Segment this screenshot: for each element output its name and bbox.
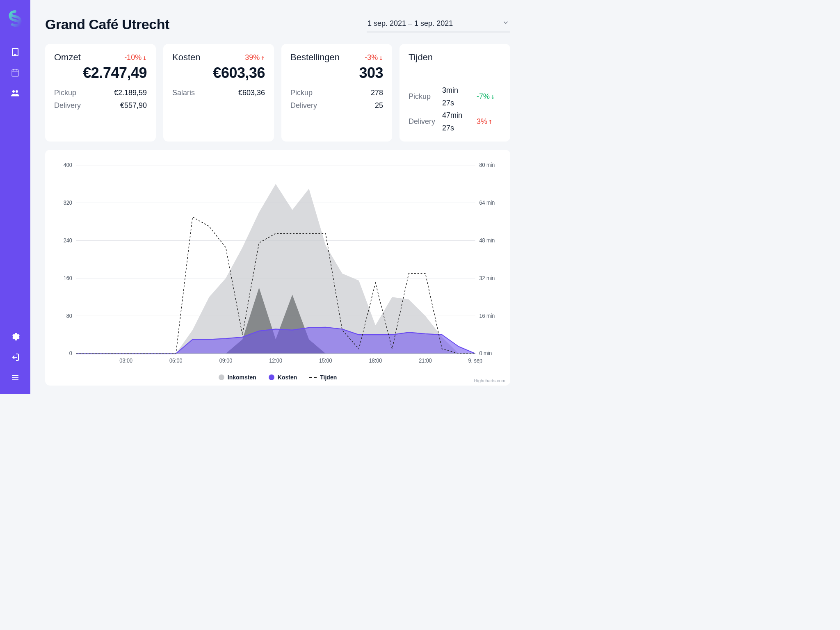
svg-text:32 min: 32 min	[479, 275, 495, 281]
svg-text:0: 0	[69, 350, 72, 357]
arrow-down-icon: ↓	[491, 90, 495, 103]
nav-building-icon[interactable]	[7, 43, 24, 61]
chart-legend: Inkomsten Kosten Tijden	[54, 374, 501, 381]
delta-badge: -7%↓	[477, 90, 501, 103]
chart-credits[interactable]: Highcharts.com	[474, 378, 505, 383]
delta-badge: 39%↑	[245, 53, 265, 62]
chart-card: 0801602403204000 min16 min32 min48 min64…	[45, 150, 510, 386]
svg-text:80 min: 80 min	[479, 162, 495, 169]
chevron-down-icon	[502, 19, 509, 28]
arrow-up-icon: ↑	[488, 115, 493, 128]
card-omzet: Omzet -10%↓ €2.747,49 Pickup€2.189,59 De…	[45, 44, 156, 142]
card-title: Omzet	[54, 52, 81, 63]
svg-text:0 min: 0 min	[479, 350, 492, 357]
svg-text:160: 160	[64, 275, 72, 281]
svg-text:9. sep: 9. sep	[468, 358, 482, 364]
delta-badge: 3%↑	[477, 115, 501, 128]
svg-rect-0	[12, 48, 18, 56]
svg-text:48 min: 48 min	[479, 237, 495, 244]
legend-item-kosten[interactable]: Kosten	[269, 374, 297, 381]
card-title: Kosten	[172, 52, 201, 63]
nav-settings-icon[interactable]	[7, 328, 24, 345]
svg-text:64 min: 64 min	[479, 200, 495, 206]
svg-text:03:00: 03:00	[119, 358, 132, 364]
page-title: Grand Café Utrecht	[45, 16, 169, 32]
svg-text:09:00: 09:00	[219, 358, 233, 364]
date-range-text: 1 sep. 2021 – 1 sep. 2021	[368, 19, 453, 28]
svg-rect-6	[12, 70, 18, 76]
delta-badge: -3%↓	[365, 53, 383, 62]
date-range-picker[interactable]: 1 sep. 2021 – 1 sep. 2021	[367, 16, 510, 32]
card-value: €2.747,49	[54, 64, 147, 82]
legend-item-tijden[interactable]: Tijden	[309, 374, 337, 381]
svg-text:80: 80	[66, 313, 72, 319]
svg-text:16 min: 16 min	[479, 313, 495, 319]
card-title: Tijden	[409, 52, 433, 63]
card-bestellingen: Bestellingen -3%↓ 303 Pickup278 Delivery…	[281, 44, 392, 142]
svg-text:320: 320	[64, 200, 72, 206]
card-title: Bestellingen	[290, 52, 340, 63]
card-value: 303	[290, 64, 383, 82]
svg-point-10	[12, 90, 15, 93]
legend-item-inkomsten[interactable]: Inkomsten	[219, 374, 256, 381]
nav-logout-icon[interactable]	[7, 349, 24, 366]
svg-text:15:00: 15:00	[319, 358, 332, 364]
svg-point-11	[16, 90, 18, 93]
svg-text:06:00: 06:00	[169, 358, 183, 364]
logo	[7, 10, 24, 27]
svg-text:400: 400	[64, 162, 72, 169]
main-content: Grand Café Utrecht 1 sep. 2021 – 1 sep. …	[30, 0, 525, 394]
svg-rect-5	[15, 54, 16, 56]
card-value: €603,36	[172, 64, 265, 82]
svg-text:18:00: 18:00	[369, 358, 382, 364]
svg-text:12:00: 12:00	[269, 358, 282, 364]
nav-people-icon[interactable]	[7, 84, 24, 102]
sidebar	[0, 0, 30, 394]
nav-menu-icon[interactable]	[7, 369, 24, 386]
nav-calendar-icon[interactable]	[7, 64, 24, 81]
chart-plot[interactable]: 0801602403204000 min16 min32 min48 min64…	[54, 157, 501, 372]
arrow-down-icon: ↓	[379, 53, 383, 62]
svg-text:21:00: 21:00	[419, 358, 432, 364]
delta-badge: -10%↓	[124, 53, 147, 62]
card-kosten: Kosten 39%↑ €603,36 Salaris€603,36	[163, 44, 274, 142]
arrow-up-icon: ↑	[260, 53, 265, 62]
card-tijden: Tijden Pickup 3min 27s -7%↓ Delivery 47m…	[399, 44, 510, 142]
svg-text:240: 240	[64, 237, 72, 244]
arrow-down-icon: ↓	[142, 53, 147, 62]
